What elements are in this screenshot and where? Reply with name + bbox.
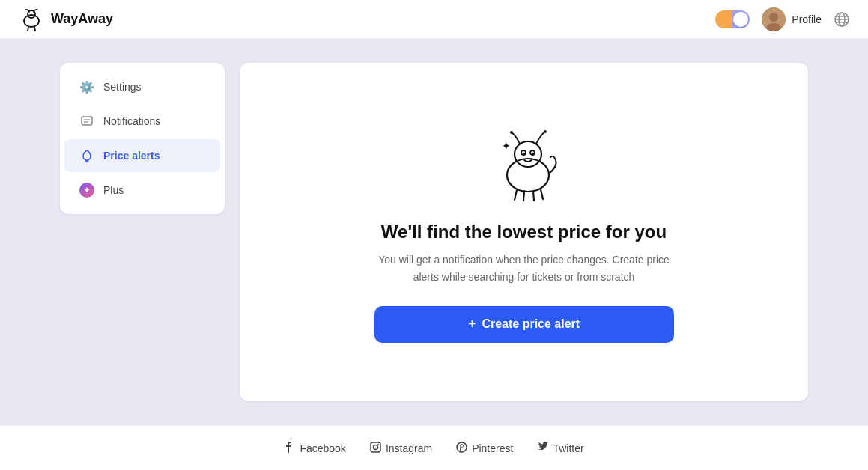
logo-text: WayAway — [51, 11, 113, 27]
sidebar-label-settings: Settings — [103, 81, 142, 93]
svg-line-28 — [541, 189, 543, 199]
footer-pinterest[interactable]: Pinterest — [456, 442, 513, 455]
profile-area[interactable]: Profile — [762, 7, 822, 31]
svg-text:✦: ✦ — [502, 140, 511, 152]
globe-icon[interactable] — [834, 11, 850, 28]
sidebar-item-settings[interactable]: ⚙️ Settings — [64, 70, 220, 103]
sidebar-label-price-alerts: Price alerts — [103, 150, 160, 162]
footer-twitter[interactable]: Twitter — [537, 442, 583, 455]
card-title: We'll find the lowest price for you — [381, 222, 667, 242]
header-right: Profile — [715, 7, 850, 31]
card-description: You will get a notification when the pri… — [374, 251, 674, 285]
mascot-illustration: ✦ — [479, 121, 569, 204]
svg-point-5 — [769, 13, 778, 22]
notifications-icon — [79, 114, 94, 129]
footer-instagram[interactable]: Instagram — [370, 442, 432, 455]
avatar — [762, 7, 786, 31]
svg-point-32 — [377, 444, 379, 445]
sidebar-label-plus: Plus — [103, 184, 124, 196]
twitter-icon — [537, 442, 548, 455]
create-btn-plus-icon: + — [468, 317, 476, 332]
svg-point-18 — [515, 141, 541, 167]
svg-point-31 — [373, 445, 377, 449]
profile-label: Profile — [792, 13, 822, 25]
svg-rect-30 — [371, 442, 380, 452]
facebook-label: Facebook — [300, 442, 345, 454]
svg-point-17 — [507, 159, 549, 192]
pinterest-label: Pinterest — [472, 442, 513, 454]
footer: Facebook Instagram Pinterest Twitter — [0, 425, 868, 470]
header: WayAway Profile — [0, 0, 868, 39]
create-price-alert-button[interactable]: + Create price alert — [374, 306, 674, 343]
settings-icon: ⚙️ — [79, 79, 94, 94]
svg-point-20 — [544, 130, 547, 133]
logo-icon — [18, 6, 45, 33]
instagram-icon — [370, 442, 381, 455]
sidebar-item-plus[interactable]: ✦ Plus — [64, 174, 220, 207]
theme-toggle[interactable] — [715, 10, 750, 28]
svg-rect-12 — [82, 117, 92, 125]
sidebar: ⚙️ Settings Notifications Price alerts ✦… — [60, 63, 225, 214]
content-card: ✦ We'll find the lowest price for you Yo… — [240, 63, 808, 401]
svg-line-27 — [533, 191, 534, 201]
price-alerts-icon — [79, 148, 94, 163]
svg-point-0 — [24, 15, 39, 27]
main-content: ⚙️ Settings Notifications Price alerts ✦… — [0, 39, 868, 425]
svg-point-21 — [521, 150, 526, 155]
svg-line-3 — [34, 27, 35, 31]
svg-point-22 — [530, 150, 535, 155]
sidebar-item-notifications[interactable]: Notifications — [64, 105, 220, 138]
footer-facebook[interactable]: Facebook — [284, 442, 345, 455]
sidebar-item-price-alerts[interactable]: Price alerts — [64, 139, 220, 172]
svg-point-24 — [532, 153, 533, 154]
svg-line-2 — [28, 27, 28, 31]
svg-line-25 — [515, 190, 517, 200]
facebook-icon — [284, 442, 295, 455]
toggle-knob — [733, 12, 748, 27]
svg-line-26 — [523, 191, 524, 201]
avatar-image — [762, 7, 786, 31]
svg-point-19 — [510, 131, 513, 134]
create-btn-label: Create price alert — [482, 317, 580, 331]
sidebar-label-notifications: Notifications — [103, 115, 160, 127]
plus-icon: ✦ — [79, 183, 94, 198]
svg-point-23 — [523, 153, 524, 154]
instagram-label: Instagram — [386, 442, 432, 454]
logo[interactable]: WayAway — [18, 6, 113, 33]
pinterest-icon — [456, 442, 467, 455]
twitter-label: Twitter — [553, 442, 583, 454]
